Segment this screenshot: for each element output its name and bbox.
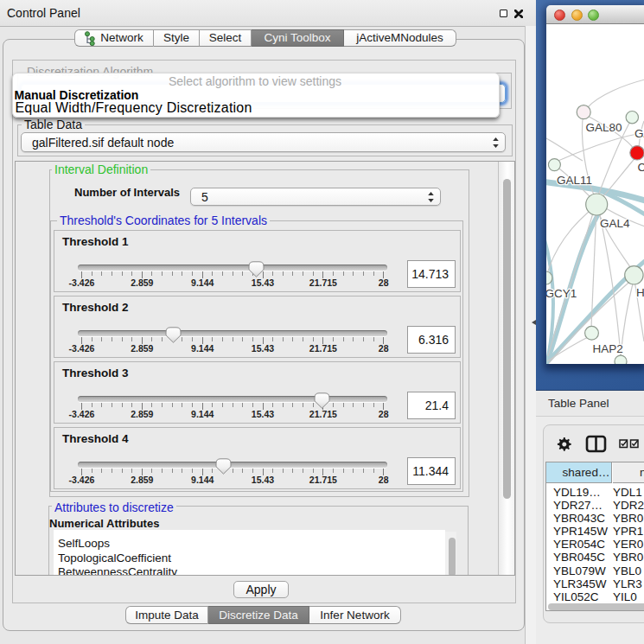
svg-text:GCY1: GCY1 — [546, 287, 577, 300]
svg-text:GAL80: GAL80 — [586, 121, 622, 134]
svg-text:GAL4: GAL4 — [600, 217, 630, 230]
svg-text:H: H — [636, 286, 644, 299]
svg-text:GAL11: GAL11 — [557, 174, 592, 187]
svg-text:HAP2: HAP2 — [593, 342, 623, 355]
svg-text:C: C — [638, 161, 644, 174]
svg-text:GA: GA — [634, 127, 644, 140]
